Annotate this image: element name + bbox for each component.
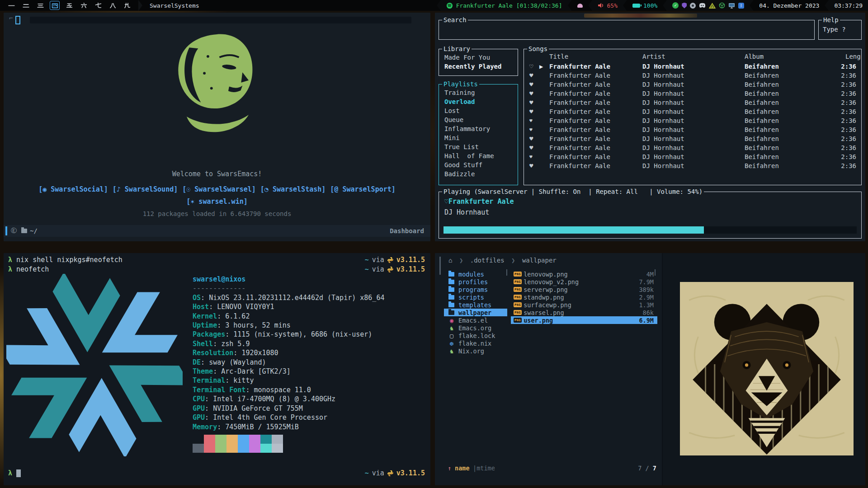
playlist-item[interactable]: Training bbox=[444, 88, 518, 97]
playlist-item[interactable]: Badizzle bbox=[444, 169, 518, 178]
home-icon[interactable]: ⌂ bbox=[448, 257, 452, 264]
file-row[interactable]: ◉ Emacs.el bbox=[439, 316, 507, 324]
workspace-9[interactable] bbox=[122, 1, 132, 10]
song-row-playing[interactable]: ♡ ▶ Frankfurter Aale DJ Hornhaut Beifahr… bbox=[524, 63, 861, 72]
song-row[interactable]: ♥ Frankfurter Aale DJ Hornhaut Beifahren… bbox=[524, 135, 861, 144]
library-item[interactable]: Made For You bbox=[444, 53, 518, 62]
discord-icon[interactable] bbox=[699, 3, 706, 8]
image-file-row[interactable]: PNG swarsel.png 86k bbox=[511, 309, 657, 316]
workspace-8[interactable] bbox=[108, 1, 118, 10]
recorder-icon[interactable] bbox=[577, 4, 583, 8]
song-row[interactable]: ♥ Frankfurter Aale DJ Hornhaut Beifahren… bbox=[524, 99, 861, 108]
library-item[interactable]: Recently Played bbox=[444, 62, 518, 71]
directory-row[interactable]: profiles bbox=[439, 278, 507, 286]
heart-icon[interactable]: ♥ bbox=[529, 81, 533, 88]
image-file-row[interactable]: PNG serverwp.png 389k bbox=[511, 286, 657, 293]
heart-icon[interactable]: ♥ bbox=[529, 135, 533, 142]
workspace-6[interactable] bbox=[79, 1, 89, 10]
heart-icon[interactable]: ♥ bbox=[529, 154, 533, 160]
playlist-item[interactable]: Hall of Fame bbox=[444, 151, 518, 160]
search-box[interactable]: Search bbox=[439, 20, 815, 40]
dashboard-link[interactable]: [@ SwarselSport] bbox=[330, 185, 396, 193]
col-artist[interactable]: Artist bbox=[642, 53, 665, 60]
workspace-5[interactable] bbox=[64, 1, 74, 10]
song-row[interactable]: ♥ Frankfurter Aale DJ Hornhaut Beifahren… bbox=[524, 126, 861, 135]
terminal-cursor bbox=[16, 469, 21, 477]
heart-icon[interactable]: ♥ bbox=[529, 108, 533, 115]
steering-wheel-icon[interactable] bbox=[719, 2, 725, 9]
song-row[interactable]: ♥ Frankfurter Aale DJ Hornhaut Beifahren… bbox=[524, 144, 861, 153]
breadcrumb[interactable]: ⌂ ❯ .dotfiles ❯ wallpaper bbox=[448, 257, 557, 264]
heart-icon[interactable]: ♥ bbox=[529, 90, 533, 97]
playlist-item[interactable]: Queue bbox=[444, 115, 518, 124]
directory-row[interactable]: templates bbox=[439, 301, 507, 309]
playlist-item[interactable]: Good Stuff bbox=[444, 160, 518, 169]
heart-icon[interactable]: ♥ bbox=[529, 162, 533, 169]
image-file-row[interactable]: PNG lenovowp.png 4M bbox=[511, 270, 657, 278]
song-row[interactable]: ♥ Frankfurter Aale DJ Hornhaut Beifahren… bbox=[524, 81, 861, 90]
dashboard-link[interactable]: [◉ SwarselSocial] bbox=[38, 185, 108, 193]
song-row[interactable]: ♥ Frankfurter Aale DJ Hornhaut Beifahren… bbox=[524, 90, 861, 99]
dashboard-link[interactable]: [◔ SwarselStash] bbox=[260, 185, 326, 193]
site-link[interactable]: [✶ swarsel.win] bbox=[4, 197, 430, 206]
heart-outline-icon[interactable]: ♡ bbox=[529, 63, 533, 70]
playlist-item[interactable]: Mini bbox=[444, 133, 518, 142]
dashboard-link[interactable]: [♪ SwarselSound] bbox=[113, 185, 178, 193]
bluetooth-icon[interactable]: ᛒ bbox=[738, 3, 744, 9]
image-file-row[interactable]: PNG lenovowp_v2.png 7.9M bbox=[511, 278, 657, 286]
heart-icon[interactable]: ♥ bbox=[529, 144, 533, 151]
sync-check-icon[interactable]: ✓ bbox=[672, 2, 679, 9]
workspace-7[interactable] bbox=[93, 1, 103, 10]
music-player-window[interactable]: Search Help Type ? Library Made For YouR… bbox=[435, 13, 865, 241]
progress-bar[interactable] bbox=[443, 226, 857, 234]
breadcrumb-parent[interactable]: .dotfiles bbox=[470, 257, 505, 264]
song-row[interactable]: ♥ Frankfurter Aale DJ Hornhaut Beifahren… bbox=[524, 153, 861, 162]
col-album[interactable]: Album bbox=[745, 53, 764, 60]
sort-primary[interactable]: name bbox=[455, 465, 470, 472]
playlist-item[interactable]: Inflammatory bbox=[444, 124, 518, 133]
heart-icon[interactable]: ♥ bbox=[529, 72, 533, 79]
spotify-segment[interactable]: Frankfurter Aale [01:38/02:36] bbox=[441, 0, 568, 11]
playlist-item[interactable]: Lost bbox=[444, 106, 518, 115]
file-row[interactable]: ♞ Emacs.org bbox=[439, 324, 507, 332]
directory-row[interactable]: modules bbox=[439, 270, 507, 278]
breadcrumb-current[interactable]: wallpaper bbox=[522, 257, 557, 264]
file-row[interactable]: ❆ flake.nix bbox=[439, 339, 507, 347]
workspace-1[interactable] bbox=[6, 1, 16, 10]
directory-row[interactable]: wallpaper bbox=[439, 309, 507, 316]
workspace-3[interactable] bbox=[35, 1, 45, 10]
heart-outline-icon[interactable]: ♡ bbox=[444, 197, 448, 206]
directory-row[interactable]: scripts bbox=[439, 293, 507, 301]
dashboard-link[interactable]: [☉ SwarselSwarsel] bbox=[182, 185, 256, 193]
file-row[interactable]: ▢ flake.lock bbox=[439, 332, 507, 339]
file-row[interactable]: ♞ Nix.org bbox=[439, 347, 507, 355]
song-row[interactable]: ♥ Frankfurter Aale DJ Hornhaut Beifahren… bbox=[524, 162, 861, 171]
image-file-row[interactable]: PNG standwp.png 2.9M bbox=[511, 293, 657, 301]
sort-secondary[interactable]: |mtime bbox=[473, 465, 495, 472]
playlist-item[interactable]: True List bbox=[444, 142, 518, 151]
sort-ascending-icon[interactable]: ↑ bbox=[448, 465, 451, 472]
monitor-icon[interactable] bbox=[728, 3, 735, 9]
shield-icon[interactable] bbox=[682, 3, 687, 9]
col-title[interactable]: Title bbox=[549, 53, 568, 60]
volume-segment[interactable]: 65% bbox=[592, 0, 623, 11]
workspace-4-active[interactable] bbox=[50, 1, 60, 10]
song-row[interactable]: ♥ Frankfurter Aale DJ Hornhaut Beifahren… bbox=[524, 108, 861, 117]
keepass-icon[interactable] bbox=[690, 3, 696, 9]
terminal-window[interactable]: λ nix shell nixpkgs#neofetch ~via v3.11.… bbox=[4, 253, 430, 485]
image-file-row[interactable]: PNG surfacewp.png 1.3M bbox=[511, 301, 657, 309]
heart-icon[interactable]: ♥ bbox=[529, 99, 533, 106]
playlist-item[interactable]: Overload bbox=[444, 97, 518, 106]
song-row[interactable]: ♥ Frankfurter Aale DJ Hornhaut Beifahren… bbox=[524, 117, 861, 126]
image-file-row[interactable]: PNG user.png 6.9M bbox=[511, 316, 657, 324]
tent-icon[interactable] bbox=[709, 3, 716, 9]
shell-prompt-line[interactable]: λ ~via v3.11.5 bbox=[8, 469, 425, 477]
file-manager-window[interactable]: ⌂ ❯ .dotfiles ❯ wallpaper ⌐ modules prof… bbox=[435, 253, 865, 485]
emacs-window[interactable]: ⌐ Welcome to SwarsEmacs! [◉ SwarselSocia… bbox=[4, 13, 430, 241]
col-length[interactable]: Leng bbox=[845, 53, 861, 60]
directory-row[interactable]: programs bbox=[439, 286, 507, 293]
song-row[interactable]: ♥ Frankfurter Aale DJ Hornhaut Beifahren… bbox=[524, 72, 861, 81]
heart-icon[interactable]: ♥ bbox=[529, 118, 533, 124]
workspace-2[interactable] bbox=[21, 1, 31, 10]
heart-icon[interactable]: ♥ bbox=[529, 127, 533, 133]
